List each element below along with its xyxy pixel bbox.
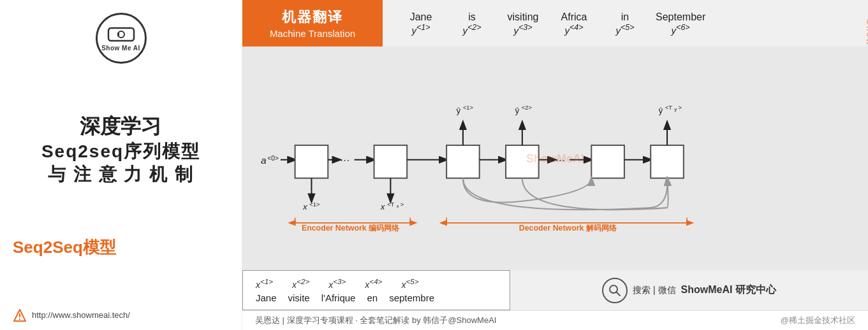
trans-word-3: visiting y<3> xyxy=(497,9,548,38)
svg-text:>: > xyxy=(679,104,682,111)
y-africa: y<4> xyxy=(564,23,583,36)
svg-text:x: x xyxy=(380,202,386,212)
svg-text:ŷ: ŷ xyxy=(515,106,520,115)
orange-title-en: Machine Translation xyxy=(270,28,355,39)
svg-rect-15 xyxy=(446,145,480,178)
y-jane: y<1> xyxy=(411,23,430,36)
svg-rect-13 xyxy=(374,145,408,178)
svg-text:<1>: <1> xyxy=(309,201,320,208)
orange-box: 机器翻译 Machine Translation xyxy=(242,0,383,47)
translation-labels: Jane y<1> is y<2> visiting y<3> Africa y… xyxy=(383,0,868,47)
trans-word-1: Jane y<1> xyxy=(395,9,446,38)
search-label: 搜索 | 微信 xyxy=(633,285,675,296)
french-words: Jane visite l'Afrique en septembre xyxy=(256,292,497,303)
title-main: 深度学习 xyxy=(41,113,200,140)
footer-caption: 吴恩达 | 深度学习专项课程 · 全套笔记解读 by 韩信子@ShowMeAI xyxy=(255,315,496,326)
diagram-area: ShowMeAI a <0> ··· xyxy=(242,47,868,270)
svg-rect-2 xyxy=(117,32,119,36)
svg-text:···: ··· xyxy=(340,153,350,166)
svg-text:<0>: <0> xyxy=(267,155,279,162)
svg-text:Decoder Network 解码网络: Decoder Network 解码网络 xyxy=(519,224,617,233)
svg-rect-0 xyxy=(108,28,134,41)
french-word-1: Jane xyxy=(256,292,277,303)
svg-text:<T: <T xyxy=(387,201,394,208)
orange-title-zh: 机器翻译 xyxy=(282,8,343,27)
section-label: Seq2Seq模型 xyxy=(13,236,116,259)
word-is: is xyxy=(468,11,476,23)
trans-word-5: in y<5> xyxy=(600,9,651,38)
word-jane: Jane xyxy=(410,11,432,23)
footer-link-text: http://www.showmeai.tech/ xyxy=(32,310,130,320)
svg-text:<1>: <1> xyxy=(463,104,473,111)
svg-text:<2>: <2> xyxy=(522,104,532,111)
title-block: 深度学习 Seq2seq序列模型 与 注 意 力 机 制 xyxy=(41,113,200,186)
logo-area: Show Me AI xyxy=(96,13,147,64)
right-panel: 机器翻译 Machine Translation Jane y<1> is y<… xyxy=(242,0,868,330)
bottom-row: x<1> x<2> x<3> x<4> x<5> Jane visite l'A… xyxy=(242,270,868,310)
svg-point-5 xyxy=(19,319,20,320)
y-september: y<6> xyxy=(672,23,690,36)
word-september: September xyxy=(656,11,705,23)
trans-word-2: is y<2> xyxy=(446,9,497,38)
left-panel: Show Me AI 深度学习 Seq2seq序列模型 与 注 意 力 机 制 … xyxy=(0,0,242,330)
y-visiting: y<3> xyxy=(513,23,532,36)
svg-text:x: x xyxy=(397,203,399,209)
svg-line-61 xyxy=(617,292,621,296)
svg-text:>: > xyxy=(401,201,404,208)
french-superscripts: x<1> x<2> x<3> x<4> x<5> xyxy=(256,277,497,290)
search-brand: ShowMeAI 研究中心 xyxy=(681,283,776,297)
svg-text:Encoder Network 编码网络: Encoder Network 编码网络 xyxy=(302,224,400,233)
svg-text:a: a xyxy=(261,155,267,166)
word-visiting: visiting xyxy=(508,11,539,23)
link-icon xyxy=(13,308,27,322)
svg-rect-17 xyxy=(506,145,539,178)
y-in: y<5> xyxy=(615,23,634,36)
french-sup-2: x<2> xyxy=(292,277,309,290)
french-sup-3: x<3> xyxy=(328,277,346,290)
svg-text:ŷ: ŷ xyxy=(659,106,663,115)
french-word-4: en xyxy=(367,292,378,303)
french-sup-5: x<5> xyxy=(401,277,418,290)
french-sup-1: x<1> xyxy=(256,277,273,290)
svg-rect-23 xyxy=(651,145,684,178)
french-sup-4: x<4> xyxy=(365,277,382,290)
svg-rect-9 xyxy=(295,145,328,178)
french-word-2: visite xyxy=(288,292,310,303)
logo-circle: Show Me AI xyxy=(96,13,147,64)
y-is: y<2> xyxy=(462,23,481,36)
diagram-svg: a <0> ··· ··· xyxy=(242,47,868,270)
trans-word-4: Africa y<4> xyxy=(548,9,600,38)
svg-text:x: x xyxy=(302,202,308,212)
french-word-3: l'Afrique xyxy=(321,292,356,303)
logo-icon xyxy=(107,25,135,43)
word-africa: Africa xyxy=(561,11,587,23)
svg-text:ŷ: ŷ xyxy=(457,106,461,115)
french-box: x<1> x<2> x<3> x<4> x<5> Jane visite l'A… xyxy=(242,270,510,310)
search-area: 搜索 | 微信 ShowMeAI 研究中心 xyxy=(510,270,868,310)
title-sub2: 与 注 意 力 机 制 xyxy=(41,163,200,186)
french-word-5: septembre xyxy=(389,292,434,303)
title-sub1: Seq2seq序列模型 xyxy=(41,140,200,163)
logo-text: Show Me AI xyxy=(101,45,140,52)
search-icon xyxy=(602,278,628,303)
footer-link[interactable]: http://www.showmeai.tech/ xyxy=(13,308,130,322)
trans-word-6: September y<6> xyxy=(651,9,710,38)
svg-rect-21 xyxy=(591,145,624,178)
svg-text:<T: <T xyxy=(665,104,672,111)
footer-bar: 吴恩达 | 深度学习专项课程 · 全套笔记解读 by 韩信子@ShowMeAI … xyxy=(242,310,868,330)
top-header: 机器翻译 Machine Translation Jane y<1> is y<… xyxy=(242,0,868,47)
word-in: in xyxy=(621,11,629,23)
svg-text:y: y xyxy=(674,106,677,112)
svg-text:···: ··· xyxy=(555,153,566,166)
search-svg xyxy=(608,283,622,298)
footer-community: @稀土掘金技术社区 xyxy=(781,315,855,326)
